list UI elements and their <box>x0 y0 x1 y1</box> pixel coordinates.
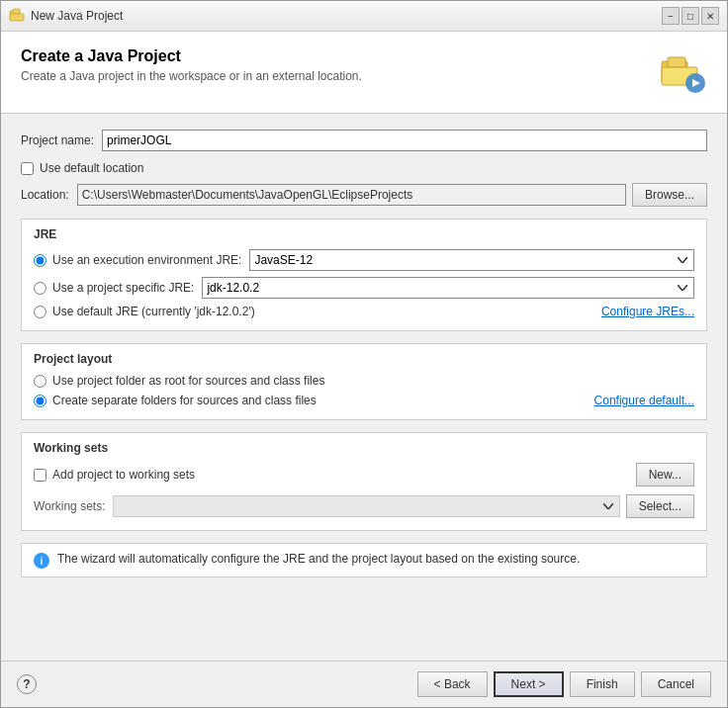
cancel-button[interactable]: Cancel <box>641 671 711 697</box>
minimize-button[interactable]: − <box>662 7 680 25</box>
default-location-row: Use default location <box>21 161 707 175</box>
configure-default-link[interactable]: Configure default... <box>594 394 694 407</box>
working-sets-section: Working sets Add project to working sets… <box>21 432 707 531</box>
browse-button[interactable]: Browse... <box>632 183 707 207</box>
page-title: Create a Java Project <box>21 47 362 65</box>
jre-title: JRE <box>34 227 694 241</box>
maximize-button[interactable]: □ <box>682 7 699 25</box>
working-sets-title: Working sets <box>34 441 694 455</box>
jre-specific-select[interactable]: jdk-12.0.2 <box>202 277 694 299</box>
project-name-row: Project name: <box>21 130 707 151</box>
layout-option1-radio[interactable] <box>34 375 46 388</box>
info-message-row: i The wizard will automatically configur… <box>21 543 707 577</box>
configure-jres-link[interactable]: Configure JREs... <box>601 305 694 318</box>
info-message: The wizard will automatically configure … <box>57 552 580 566</box>
use-default-label[interactable]: Use default location <box>40 161 143 175</box>
add-working-set-checkbox[interactable] <box>34 469 46 482</box>
project-name-label: Project name: <box>21 133 94 147</box>
title-bar: New Java Project − □ ✕ <box>1 1 727 32</box>
close-button[interactable]: ✕ <box>701 7 719 25</box>
project-layout-section: Project layout Use project folder as roo… <box>21 343 707 420</box>
jre-option1-radio[interactable] <box>34 254 46 267</box>
dialog-window: New Java Project − □ ✕ Create a Java Pro… <box>0 0 728 708</box>
content-area: Project name: Use default location Locat… <box>1 114 727 661</box>
wizard-icon <box>658 47 707 97</box>
page-subtitle: Create a Java project in the workspace o… <box>21 69 362 83</box>
jre-option3-row: Use default JRE (currently 'jdk-12.0.2')… <box>34 305 694 318</box>
jre-option3-radio[interactable] <box>34 306 46 318</box>
project-name-input[interactable] <box>102 130 707 151</box>
svg-rect-1 <box>13 9 20 14</box>
jre-option2-row: Use a project specific JRE: jdk-12.0.2 <box>34 277 694 299</box>
header-text: Create a Java Project Create a Java proj… <box>21 47 362 83</box>
window-icon <box>9 8 25 24</box>
layout-option1-row: Use project folder as root for sources a… <box>34 374 694 388</box>
location-row: Location: Browse... <box>21 183 707 207</box>
next-button[interactable]: Next > <box>494 671 564 697</box>
footer-right: < Back Next > Finish Cancel <box>417 671 711 697</box>
jre-option1-row: Use an execution environment JRE: JavaSE… <box>34 249 694 271</box>
layout-option2-row: Create separate folders for sources and … <box>34 394 694 407</box>
layout-option1-label[interactable]: Use project folder as root for sources a… <box>52 374 694 388</box>
header-section: Create a Java Project Create a Java proj… <box>1 32 727 114</box>
jre-section: JRE Use an execution environment JRE: Ja… <box>21 219 707 331</box>
jre-option2-radio[interactable] <box>34 282 46 295</box>
jre-option3-label[interactable]: Use default JRE (currently 'jdk-12.0.2') <box>52 305 255 318</box>
back-button[interactable]: < Back <box>417 671 488 697</box>
footer: ? < Back Next > Finish Cancel <box>1 661 727 707</box>
footer-left: ? <box>17 674 37 694</box>
jre-option1-label[interactable]: Use an execution environment JRE: <box>52 253 241 267</box>
finish-button[interactable]: Finish <box>570 671 635 697</box>
window-controls: − □ ✕ <box>662 7 719 25</box>
window-title: New Java Project <box>31 9 662 23</box>
new-working-set-button[interactable]: New... <box>636 463 694 487</box>
working-sets-input-row: Working sets: Select... <box>34 494 694 518</box>
jre-environment-select[interactable]: JavaSE-12 <box>249 249 694 271</box>
svg-rect-4 <box>668 57 685 67</box>
svg-rect-2 <box>10 14 24 21</box>
working-sets-add-row: Add project to working sets New... <box>34 463 694 487</box>
jre-option2-label[interactable]: Use a project specific JRE: <box>52 281 194 295</box>
layout-option2-label[interactable]: Create separate folders for sources and … <box>52 394 317 407</box>
layout-option2-radio[interactable] <box>34 395 46 407</box>
add-working-set-label[interactable]: Add project to working sets <box>52 468 195 482</box>
use-default-checkbox[interactable] <box>21 162 34 175</box>
select-working-set-button[interactable]: Select... <box>626 494 694 518</box>
working-sets-select[interactable] <box>113 495 619 517</box>
location-label: Location: <box>21 188 69 202</box>
help-button[interactable]: ? <box>17 674 37 694</box>
project-layout-title: Project layout <box>34 352 694 366</box>
working-sets-label: Working sets: <box>34 499 105 513</box>
info-icon: i <box>34 553 49 569</box>
location-input[interactable] <box>77 184 626 206</box>
